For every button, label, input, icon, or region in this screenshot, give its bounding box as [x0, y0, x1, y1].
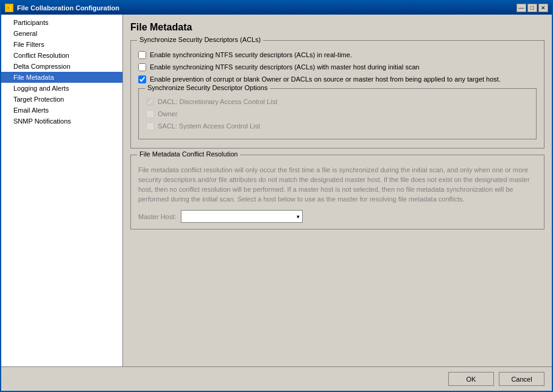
conflict-description: File metadata conflict resolution will o… — [138, 165, 537, 204]
ok-button[interactable]: OK — [448, 372, 494, 386]
maximize-button[interactable]: □ — [527, 4, 537, 12]
sidebar-item-delta-compression[interactable]: Delta Compression — [1, 61, 122, 72]
page-title: File Metadata — [130, 22, 544, 33]
sidebar-item-logging-alerts[interactable]: Logging and Alerts — [1, 83, 122, 94]
content-area: File Metadata Synchronize Security Descr… — [123, 15, 552, 366]
master-host-select-wrapper — [181, 210, 303, 223]
cb6-checkbox — [146, 122, 154, 130]
cb1-row: Enable synchronizing NTFS security descr… — [138, 51, 537, 59]
cb1-checkbox[interactable] — [138, 51, 146, 59]
cb1-label: Enable synchronizing NTFS security descr… — [150, 51, 352, 59]
sync-security-group: Synchronize Security Descriptors (ACLs) … — [130, 40, 544, 149]
cb5-label: Owner — [158, 110, 177, 118]
cb2-checkbox[interactable] — [138, 63, 146, 71]
cb3-checkbox[interactable] — [138, 75, 146, 83]
minimize-button[interactable]: — — [516, 4, 526, 12]
bottom-bar: OK Cancel — [1, 366, 552, 391]
cb6-row: SACL: System Access Control List — [146, 122, 529, 130]
window-controls: — □ ✕ — [516, 4, 548, 12]
sidebar-item-file-metadata[interactable]: File Metadata — [1, 72, 122, 83]
cancel-button[interactable]: Cancel — [499, 372, 544, 386]
cb2-row: Enable synchronizing NTFS security descr… — [138, 63, 537, 71]
cb2-label: Enable synchronizing NTFS security descr… — [150, 63, 420, 71]
sidebar-item-conflict-resolution[interactable]: Conflict Resolution — [1, 50, 122, 61]
sidebar-item-email-alerts[interactable]: Email Alerts — [1, 105, 122, 116]
sidebar-item-participants[interactable]: Participants — [1, 17, 122, 28]
cb4-row: DACL: Discretionary Access Control List — [146, 97, 529, 106]
cb6-label: SACL: System Access Control List — [158, 122, 260, 130]
title-bar: File Collaboration Configuration — □ ✕ — [1, 1, 552, 15]
sidebar-item-file-filters[interactable]: File Filters — [1, 39, 122, 50]
close-button[interactable]: ✕ — [538, 4, 548, 12]
main-window: File Collaboration Configuration — □ ✕ P… — [0, 0, 553, 392]
sidebar-item-snmp-notifications[interactable]: SNMP Notifications — [1, 116, 122, 127]
sync-descriptor-options-group: Synchronize Security Descriptor Options … — [138, 88, 537, 139]
svg-rect-1 — [7, 7, 9, 9]
window-title: File Collaboration Configuration — [17, 4, 119, 12]
sync-security-title: Synchronize Security Descriptors (ACLs) — [137, 36, 263, 43]
sub-group-title: Synchronize Security Descriptor Options — [145, 84, 270, 91]
cb4-checkbox — [146, 98, 154, 106]
conflict-resolution-title: File Metadata Conflict Resolution — [137, 150, 240, 158]
cb4-label: DACL: Discretionary Access Control List — [158, 97, 277, 106]
master-host-row: Master Host: — [138, 210, 537, 223]
sidebar: Participants General File Filters Confli… — [1, 15, 123, 366]
cb3-row: Enable prevention of corrupt or blank Ow… — [138, 75, 537, 83]
master-host-label: Master Host: — [138, 213, 176, 220]
cb5-checkbox — [146, 110, 154, 118]
cb3-label: Enable prevention of corrupt or blank Ow… — [150, 75, 501, 83]
sidebar-item-general[interactable]: General — [1, 28, 122, 39]
window-icon — [5, 4, 13, 12]
master-host-select[interactable] — [181, 210, 303, 223]
main-content: Participants General File Filters Confli… — [1, 15, 552, 366]
sidebar-item-target-protection[interactable]: Target Protection — [1, 94, 122, 105]
cb5-row: Owner — [146, 110, 529, 118]
conflict-resolution-group: File Metadata Conflict Resolution File m… — [130, 155, 544, 229]
